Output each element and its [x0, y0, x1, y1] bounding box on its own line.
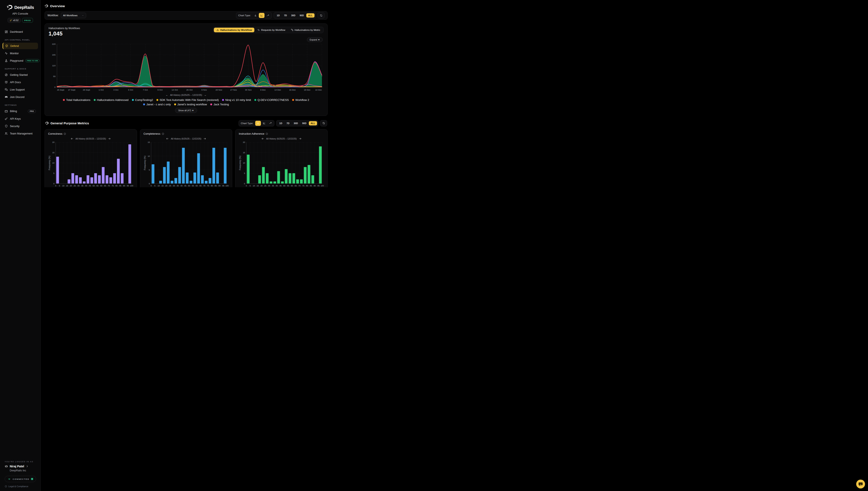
tab-requests-by-workflow[interactable]: Requests by Workflow: [255, 28, 288, 32]
hallucinations-chart: 05511016522025 Sept27 Sept29 Sept1 Oct3 …: [49, 42, 324, 93]
legend-label: Janet - c and c only: [146, 103, 171, 106]
sidebar-item-team-management[interactable]: Team Management: [3, 130, 38, 137]
history-next-button[interactable]: [108, 137, 111, 140]
range-7d-button[interactable]: 7D: [285, 121, 291, 125]
range-90d-button[interactable]: 90D: [300, 121, 308, 125]
history-next-button[interactable]: →: [204, 93, 206, 96]
svg-text:10: 10: [243, 162, 245, 164]
legend-item-jack-testing[interactable]: Jack Testing: [210, 103, 229, 106]
svg-text:35: 35: [272, 185, 274, 187]
history-prev-button[interactable]: [261, 137, 264, 140]
svg-text:60: 60: [291, 185, 293, 187]
sidebar-item-getting-started[interactable]: Getting Started: [3, 71, 38, 78]
refresh-button[interactable]: [317, 12, 325, 19]
sidebar-item-label: API Docs: [10, 81, 21, 84]
brand-name: DeepRails: [15, 5, 34, 10]
warning-icon: [216, 29, 219, 31]
svg-text:85: 85: [310, 185, 312, 187]
sidebar-item-playground[interactable]: PlaygroundFREE TO USE: [3, 57, 38, 64]
info-icon[interactable]: [63, 133, 66, 135]
sidebar-item-billing[interactable]: BillingPRO: [3, 108, 38, 115]
svg-text:Frequency (%): Frequency (%): [144, 155, 146, 170]
sidebar-item-defend[interactable]: Defend: [3, 42, 38, 49]
correctness-histogram: 0510152005101520253035404550556065707580…: [48, 141, 134, 187]
svg-text:20: 20: [52, 141, 55, 143]
svg-text:15: 15: [243, 151, 245, 154]
svg-text:110: 110: [52, 64, 56, 67]
range-all-button[interactable]: ALL: [306, 13, 315, 18]
range-1d-button[interactable]: 1D: [278, 121, 284, 125]
sidebar-item-monitor[interactable]: Monitor: [3, 50, 38, 57]
legend-item-janet-c-and-c-only[interactable]: Janet - c and c only: [143, 103, 171, 106]
sidebar-item-badge: FREE TO USE: [25, 59, 39, 62]
range-1d-button[interactable]: 1D: [275, 13, 282, 18]
users-icon: [5, 132, 8, 135]
legend-item-comptesting2[interactable]: CompTesting2: [132, 98, 153, 102]
legend-item-janet-s-testing-workflow[interactable]: Janet's testing workflow: [174, 103, 207, 106]
svg-text:45: 45: [280, 185, 282, 187]
sidebar-item-live-support[interactable]: Live Support: [3, 86, 38, 93]
chart-type-trend-button[interactable]: [265, 13, 270, 18]
sidebar-section-title: API CONTROL PANEL: [5, 39, 36, 41]
svg-text:60: 60: [196, 185, 198, 187]
history-next-button[interactable]: [203, 137, 206, 140]
range-30d-button[interactable]: 30D: [292, 121, 300, 125]
legend-dot: [174, 104, 176, 105]
legend-label: Niraj v1 10 retry limit: [225, 98, 251, 102]
svg-text:100: 100: [130, 185, 133, 187]
tab-hallucinations-by-metric[interactable]: Hallucinations by Metric: [288, 28, 323, 32]
sidebar-item-api-keys[interactable]: API Keys: [3, 115, 38, 122]
info-icon[interactable]: [162, 133, 164, 135]
histogram-bar: [171, 181, 173, 183]
histogram-bar: [163, 167, 166, 183]
svg-text:55: 55: [287, 185, 289, 187]
sidebar-item-label: Monitor: [10, 52, 19, 55]
chart-type-trend-button[interactable]: [267, 121, 273, 126]
histogram-bar: [197, 153, 200, 183]
legend-item-sdk-test-automatic-with-file-search-restored[interactable]: SDK Test Automatic With File Search (res…: [156, 98, 219, 102]
chart-type-bar-button[interactable]: [255, 121, 261, 126]
range-7d-button[interactable]: 7D: [282, 13, 289, 18]
sidebar-item-security[interactable]: Security: [3, 123, 38, 129]
svg-text:20: 20: [260, 185, 263, 187]
legend-item-niraj-v1-10-retry-limit[interactable]: Niraj v1 10 retry limit: [222, 98, 251, 102]
history-prev-button[interactable]: [166, 137, 169, 140]
chart-type-line-button[interactable]: [259, 13, 264, 18]
svg-text:10: 10: [62, 185, 64, 187]
legend-item-q-dev-correctness[interactable]: Q-DEV-CORRECTNESS: [254, 98, 289, 102]
history-prev-button[interactable]: ←: [166, 93, 168, 96]
histogram-bar: [308, 165, 311, 183]
tab-hallucinations-by-workflow[interactable]: Hallucinations by Workflow: [214, 28, 254, 32]
sidebar-item-dashboard[interactable]: Dashboard: [3, 29, 38, 35]
svg-text:45: 45: [89, 185, 91, 187]
histogram-bar: [90, 177, 93, 183]
chat-icon: [5, 88, 8, 91]
expand-button[interactable]: Expand ▼: [307, 37, 323, 42]
workflow-select[interactable]: All Workflows: [61, 13, 86, 18]
metric-card-correctness: CorrectnessAll History (6/25/25 – 12/22/…: [45, 129, 137, 187]
info-icon[interactable]: [265, 133, 268, 135]
chart-type-line-button[interactable]: [261, 121, 267, 126]
sidebar-item-api-docs[interactable]: API Docs: [3, 79, 38, 86]
sidebar: DeepRails API Console v0.52 PROD Dashboa…: [0, 0, 41, 187]
legend-dot: [143, 104, 145, 105]
legend-item-workflow-2[interactable]: Workflow 2: [292, 98, 309, 102]
hallucinations-total: 1,045: [49, 30, 80, 37]
range-all-button[interactable]: ALL: [309, 121, 317, 125]
chart-type-bar-button[interactable]: [253, 13, 258, 18]
sidebar-item-join-discord[interactable]: Join Discord: [3, 94, 38, 100]
svg-text:35: 35: [176, 185, 179, 187]
legend-item-total-hallucinations[interactable]: Total Hallucinations: [63, 98, 90, 102]
legend-label: Workflow 2: [295, 98, 309, 102]
histogram-bar: [178, 167, 181, 183]
history-next-button[interactable]: [299, 137, 302, 140]
show-all-button[interactable]: Show all (47) ▼: [175, 108, 197, 113]
refresh-button[interactable]: [320, 120, 327, 126]
history-prev-button[interactable]: [70, 137, 74, 140]
chart-tabs: Hallucinations by WorkflowRequests by Wo…: [213, 27, 324, 33]
range-90d-button[interactable]: 90D: [298, 13, 306, 18]
svg-text:25 Oct: 25 Oct: [186, 89, 193, 91]
legend-item-hallucinations-addressed[interactable]: Hallucinations Addressed: [94, 98, 128, 102]
range-30d-button[interactable]: 30D: [289, 13, 297, 18]
svg-text:90: 90: [218, 185, 221, 187]
